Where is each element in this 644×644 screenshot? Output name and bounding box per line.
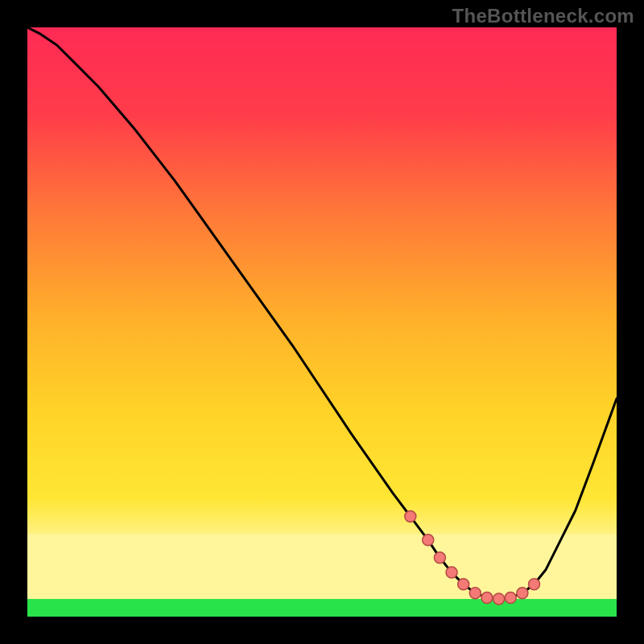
svg-point-8: [469, 588, 481, 599]
svg-point-12: [517, 588, 528, 599]
svg-point-11: [505, 592, 516, 604]
svg-point-4: [423, 535, 434, 546]
svg-point-7: [458, 579, 469, 590]
svg-point-10: [493, 593, 505, 605]
svg-point-13: [529, 579, 540, 590]
svg-point-3: [405, 511, 416, 522]
svg-point-5: [434, 552, 445, 564]
chart-frame: TheBottleneck.com: [0, 0, 644, 644]
watermark-text: TheBottleneck.com: [452, 5, 634, 27]
chart-plot: [27, 27, 617, 617]
svg-rect-2: [27, 599, 617, 617]
svg-rect-0: [27, 27, 617, 617]
svg-point-6: [446, 567, 457, 578]
svg-point-9: [481, 592, 493, 604]
